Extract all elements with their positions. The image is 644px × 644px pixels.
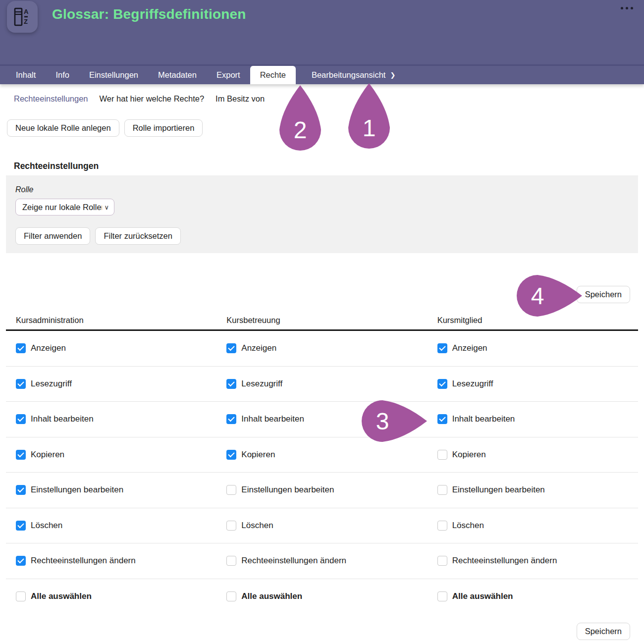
create-role-button[interactable]: Neue lokale Rolle anlegen <box>7 119 119 137</box>
permission-label: Lesezugriff <box>241 379 282 389</box>
svg-text:1: 1 <box>363 115 376 141</box>
annotation-marker-3: 3 <box>361 400 427 442</box>
table-row: KopierenKopierenKopieren <box>6 437 638 473</box>
svg-text:3: 3 <box>376 408 389 434</box>
permission-cell: Einstellungen bearbeiten <box>6 485 216 495</box>
column-header-kursadministration: Kursadministration <box>6 316 216 325</box>
page-header: A Z Glossar: Begriffsdefinitionen <box>0 0 644 64</box>
permission-label: Einstellungen bearbeiten <box>31 485 123 495</box>
table-row: Inhalt bearbeitenInhalt bearbeitenInhalt… <box>6 402 638 437</box>
checkbox-checked[interactable] <box>16 521 26 531</box>
save-button-top[interactable]: Speichern <box>577 286 630 303</box>
editor-view-link[interactable]: Bearbeitungsansicht ❯ <box>302 66 405 84</box>
tab-export[interactable]: Export <box>207 66 250 84</box>
checkbox-unchecked[interactable] <box>226 591 236 601</box>
permission-cell: Lesezugriff <box>216 379 427 389</box>
reset-filter-button[interactable]: Filter zurücksetzen <box>95 227 180 245</box>
permissions-table-header: Kursadministration Kursbetreuung Kursmit… <box>6 316 638 331</box>
permission-label: Rechteeinstellungen ändern <box>241 556 346 566</box>
checkbox-unchecked[interactable] <box>437 450 447 460</box>
permission-cell: Einstellungen bearbeiten <box>428 485 638 495</box>
permission-cell: Rechteeinstellungen ändern <box>6 556 216 566</box>
checkbox-checked[interactable] <box>16 379 26 389</box>
annotation-marker-4: 4 <box>516 274 582 317</box>
checkbox-unchecked[interactable] <box>437 521 447 531</box>
checkbox-unchecked[interactable] <box>226 485 236 495</box>
svg-text:Z: Z <box>24 18 28 25</box>
permission-label: Anzeigen <box>31 343 66 353</box>
checkbox-checked[interactable] <box>16 343 26 353</box>
checkbox-checked[interactable] <box>437 414 447 424</box>
permission-cell: Inhalt bearbeiten <box>428 414 638 424</box>
tab-inhalt[interactable]: Inhalt <box>6 66 46 84</box>
permissions-table: Kursadministration Kursbetreuung Kursmit… <box>6 316 638 614</box>
subnav-rechteeinstellungen[interactable]: Rechteeinstellungen <box>14 94 88 104</box>
tab-info[interactable]: Info <box>46 66 79 84</box>
permission-cell: Anzeigen <box>428 343 638 353</box>
tab-einstellungen[interactable]: Einstellungen <box>79 66 148 84</box>
table-row: Alle auswählenAlle auswählenAlle auswähl… <box>6 579 638 615</box>
svg-text:A: A <box>24 8 29 15</box>
checkbox-unchecked[interactable] <box>437 556 447 566</box>
permission-cell: Löschen <box>216 521 427 531</box>
permission-label: Rechteeinstellungen ändern <box>31 556 136 566</box>
page-title: Glossar: Begriffsdefinitionen <box>52 6 246 22</box>
checkbox-checked[interactable] <box>16 556 26 566</box>
checkbox-unchecked[interactable] <box>226 556 236 566</box>
permission-cell: Alle auswählen <box>428 591 638 601</box>
permission-cell: Rechteeinstellungen ändern <box>216 556 427 566</box>
table-row: LöschenLöschenLöschen <box>6 508 638 544</box>
import-role-button[interactable]: Rolle importieren <box>124 119 203 137</box>
permission-cell: Kopieren <box>216 450 427 460</box>
role-filter-value: Zeige nur lokale Rollen <box>22 203 102 212</box>
permission-label: Löschen <box>452 521 484 531</box>
tab-bar: Inhalt Info Einstellungen Metadaten Expo… <box>0 64 644 84</box>
permission-label: Rechteeinstellungen ändern <box>452 556 557 566</box>
permission-label: Anzeigen <box>452 343 487 353</box>
checkbox-unchecked[interactable] <box>226 521 236 531</box>
checkbox-checked[interactable] <box>437 343 447 353</box>
chevron-right-icon: ❯ <box>390 71 395 79</box>
checkbox-checked[interactable] <box>226 343 236 353</box>
checkbox-checked[interactable] <box>226 379 236 389</box>
permission-cell: Kopieren <box>428 450 638 460</box>
permission-label: Löschen <box>241 521 273 531</box>
glossary-az-icon: A Z <box>14 7 31 27</box>
tab-rechte[interactable]: Rechte <box>250 66 296 84</box>
permission-label: Inhalt bearbeiten <box>452 414 515 424</box>
checkbox-checked[interactable] <box>16 414 26 424</box>
tab-metadaten[interactable]: Metadaten <box>148 66 207 84</box>
subnav-wer-hat-rechte[interactable]: Wer hat hier welche Rechte? <box>100 94 205 104</box>
role-filter-select[interactable]: Zeige nur lokale Rollen ∨ <box>15 199 114 215</box>
more-options-icon[interactable] <box>621 7 633 9</box>
table-row: LesezugriffLesezugriffLesezugriff <box>6 367 638 402</box>
checkbox-checked[interactable] <box>16 450 26 460</box>
permission-label: Löschen <box>31 521 62 531</box>
permission-cell: Alle auswählen <box>6 591 216 601</box>
permission-label: Alle auswählen <box>452 591 513 601</box>
role-filter-label: Rolle <box>15 185 629 194</box>
filter-buttons: Filter anwenden Filter zurücksetzen <box>15 227 629 245</box>
permission-cell: Anzeigen <box>216 343 427 353</box>
checkbox-unchecked[interactable] <box>16 591 26 601</box>
filter-panel: Rolle Zeige nur lokale Rollen ∨ Filter a… <box>6 175 638 253</box>
annotation-marker-1: 1 <box>348 83 390 149</box>
checkbox-checked[interactable] <box>16 485 26 495</box>
permission-cell: Rechteeinstellungen ändern <box>428 556 638 566</box>
save-button-bottom[interactable]: Speichern <box>577 623 630 640</box>
section-heading: Rechteeinstellungen <box>14 161 644 171</box>
permission-cell: Lesezugriff <box>428 379 638 389</box>
apply-filter-button[interactable]: Filter anwenden <box>15 227 90 245</box>
checkbox-unchecked[interactable] <box>437 591 447 601</box>
checkbox-checked[interactable] <box>226 450 236 460</box>
permission-cell: Löschen <box>6 521 216 531</box>
permission-cell: Anzeigen <box>6 343 216 353</box>
subnav-im-besitz-von[interactable]: Im Besitz von <box>215 94 265 104</box>
role-toolbar: Neue lokale Rolle anlegen Rolle importie… <box>7 119 644 137</box>
checkbox-checked[interactable] <box>437 379 447 389</box>
permission-label: Anzeigen <box>241 343 276 353</box>
table-row: AnzeigenAnzeigenAnzeigen <box>6 331 638 367</box>
permission-cell: Einstellungen bearbeiten <box>216 485 427 495</box>
checkbox-unchecked[interactable] <box>437 485 447 495</box>
checkbox-checked[interactable] <box>226 414 236 424</box>
